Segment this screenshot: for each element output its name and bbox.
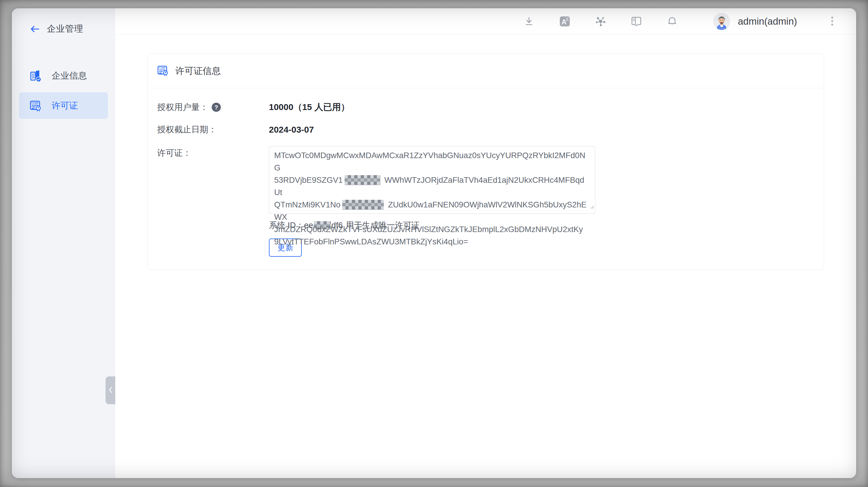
textarea-resize-handle[interactable]	[589, 201, 594, 213]
help-icon[interactable]: ?	[212, 103, 221, 112]
license-line-5: 9LVytTTEFobFlnPSwwLDAsZWU3MTBkZjYsKi4qLi…	[274, 237, 468, 246]
back-arrow-icon[interactable]	[30, 24, 40, 34]
license-card-body: 授权用户量： ? 10000（15 人已用） 授权截止日期： 2024-03-0…	[148, 88, 824, 270]
authorized-users-value: 10000（15 人已用）	[269, 101, 349, 113]
license-line-3-pre: QTmNzMi9KV1No	[274, 200, 340, 209]
top-toolbar: A 文	[115, 8, 856, 35]
chevron-left-icon	[107, 386, 114, 395]
sidebar: 企业管理 企业信息	[12, 8, 115, 478]
sidebar-collapse-handle[interactable]	[105, 376, 115, 404]
redacted-mosaic	[342, 200, 384, 210]
desktop-background: 企业管理 企业信息	[0, 0, 868, 487]
license-textarea[interactable]: MTcwOTc0MDgwMCwxMDAwMCxaR1ZzYVhabGNuaz0s…	[269, 146, 595, 214]
card-title: 许可证信息	[175, 65, 221, 77]
field-label-text: 授权用户量：	[157, 101, 208, 113]
sidebar-item-label: 许可证	[52, 100, 78, 112]
expiry-date-label: 授权截止日期：	[157, 124, 269, 135]
share-network-icon[interactable]	[594, 15, 607, 28]
app-window: 企业管理 企业信息	[12, 8, 856, 478]
license-line-1: MTcwOTc0MDgwMCwxMDAwMCxaR1ZzYVhabGNuaz0s…	[274, 151, 585, 172]
content-area: 许可证信息 授权用户量： ? 10000（15 人已用） 授权截止日期：	[115, 35, 856, 478]
translate-icon[interactable]: A 文	[558, 15, 571, 28]
license-line-4: JmZDZRQ0dxZWZkTVFsUXdZUzJvRHVlSlZtNGZkTk…	[274, 225, 583, 234]
building-check-icon	[29, 69, 42, 83]
license-icon	[157, 64, 169, 78]
sidebar-item-license[interactable]: 许可证	[19, 92, 108, 119]
license-row: 许可证： MTcwOTc0MDgwMCwxMDAwMCxaR1ZzYVhabGN…	[157, 146, 824, 257]
sidebar-nav: 企业信息	[12, 62, 115, 119]
license-line-2-pre: 53RDVjbE9SZGV1	[274, 176, 343, 185]
sidebar-header: 企业管理	[12, 8, 115, 35]
license-icon	[29, 99, 42, 112]
authorized-users-row: 授权用户量： ? 10000（15 人已用）	[157, 101, 824, 113]
page-title: 企业管理	[47, 23, 83, 35]
expiry-date-row: 授权截止日期： 2024-03-07	[157, 124, 824, 135]
avatar[interactable]	[713, 13, 730, 30]
svg-text:文: 文	[565, 17, 569, 22]
username[interactable]: admin(admin)	[738, 16, 797, 27]
redacted-mosaic	[345, 175, 380, 185]
sidebar-item-enterprise-info[interactable]: 企业信息	[19, 62, 108, 89]
docs-book-icon[interactable]	[630, 15, 643, 28]
license-card: 许可证信息 授权用户量： ? 10000（15 人已用） 授权截止日期：	[147, 53, 824, 270]
sidebar-item-label: 企业信息	[52, 70, 87, 82]
kebab-menu-icon[interactable]	[826, 15, 838, 28]
license-label: 许可证：	[157, 147, 269, 159]
authorized-users-label: 授权用户量： ?	[157, 101, 269, 113]
download-icon[interactable]	[523, 15, 535, 28]
main-area: A 文	[115, 8, 856, 478]
bell-icon[interactable]	[666, 15, 679, 28]
expiry-date-value: 2024-03-07	[269, 125, 314, 135]
license-card-header: 许可证信息	[148, 54, 824, 88]
